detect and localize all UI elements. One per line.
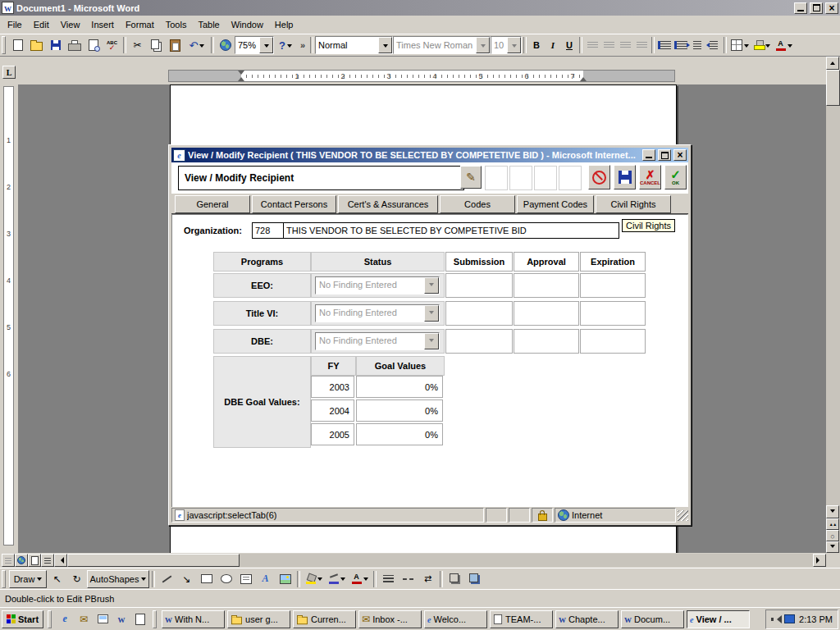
task-with-n[interactable]: With N... (162, 610, 225, 628)
vertical-scroll-thumb[interactable] (826, 70, 840, 106)
justify-button[interactable] (633, 36, 650, 54)
zoom-combo[interactable]: 75% (235, 36, 274, 54)
font-dropdown-button[interactable] (476, 37, 490, 53)
tab-contact-persons[interactable]: Contact Persons (252, 195, 336, 213)
tab-stop-selector[interactable] (2, 66, 16, 79)
save-record-button[interactable] (614, 165, 636, 189)
menu-window[interactable]: Window (226, 17, 269, 32)
web-toolbar-button[interactable] (216, 36, 235, 54)
three-d-button[interactable] (465, 570, 484, 588)
cancel-button[interactable]: CANCEL (639, 165, 661, 189)
stop-button[interactable] (588, 165, 610, 189)
quick-launch-outlook[interactable] (75, 611, 92, 628)
outline-view-button[interactable] (41, 554, 54, 567)
menu-format[interactable]: Format (120, 17, 160, 32)
arrow-style-button[interactable] (418, 570, 437, 588)
task-view-modify[interactable]: View / ... (687, 610, 750, 628)
task-docum[interactable]: Docum... (621, 610, 684, 628)
align-center-button[interactable] (600, 36, 617, 54)
eeo-status-select[interactable]: No Finding Entered (315, 276, 440, 294)
menu-file[interactable]: File (2, 17, 28, 32)
next-page-button[interactable] (826, 541, 839, 553)
vertical-scrollbar[interactable] (826, 57, 840, 553)
title-vi-approval-cell[interactable] (514, 301, 579, 326)
tab-codes[interactable]: Codes (440, 195, 515, 213)
tab-civil-rights[interactable]: Civil Rights (596, 195, 671, 213)
task-welco[interactable]: Welco... (424, 610, 487, 628)
task-curren[interactable]: Curren... (293, 610, 356, 628)
word-minimize-button[interactable] (794, 2, 807, 14)
print-layout-view-button[interactable] (28, 554, 41, 567)
quick-launch-grip[interactable] (48, 610, 52, 628)
eeo-approval-cell[interactable] (514, 273, 579, 298)
copy-button[interactable] (147, 36, 166, 54)
previous-page-button[interactable] (826, 518, 839, 530)
line-color-button[interactable] (326, 570, 348, 588)
font-combo[interactable]: Times New Roman (393, 36, 491, 54)
hanging-indent-marker[interactable] (238, 74, 244, 81)
menu-edit[interactable]: Edit (28, 17, 55, 32)
dbe-status-select[interactable]: No Finding Entered (315, 332, 440, 350)
decrease-indent-button[interactable] (689, 36, 705, 54)
task-area-grip[interactable] (153, 610, 157, 628)
underline-button[interactable] (561, 36, 578, 54)
quick-launch-document[interactable] (132, 611, 148, 628)
clock[interactable]: 2:13 PM (799, 614, 833, 624)
task-chapte[interactable]: Chapte... (555, 610, 619, 628)
draw-menu-button[interactable]: Draw (9, 570, 47, 588)
spelling-button[interactable] (103, 36, 121, 54)
task-team[interactable]: TEAM-... (490, 610, 553, 628)
draw-font-color-button[interactable] (349, 570, 371, 588)
font-color-button[interactable] (773, 36, 795, 54)
save-button[interactable] (46, 36, 65, 54)
font-size-dropdown-button[interactable] (507, 37, 521, 53)
toolbar-grip[interactable] (2, 36, 6, 54)
menu-help[interactable]: Help (269, 17, 299, 32)
toolbar-overflow-button[interactable] (297, 36, 308, 54)
organization-code-field[interactable] (252, 222, 286, 239)
edit-pencil-button[interactable] (460, 166, 482, 189)
menu-insert[interactable]: Insert (85, 17, 120, 32)
scroll-up-button[interactable] (826, 57, 839, 70)
dbe-approval-cell[interactable] (514, 329, 579, 354)
resize-grip[interactable] (678, 510, 688, 521)
bold-button[interactable] (528, 36, 545, 54)
align-left-button[interactable] (584, 36, 600, 54)
ok-button[interactable]: OK (664, 165, 687, 189)
oval-button[interactable] (217, 570, 235, 588)
undo-button[interactable] (185, 36, 209, 54)
paste-button[interactable] (166, 36, 185, 54)
quick-launch-ie[interactable] (57, 611, 73, 628)
align-right-button[interactable] (617, 36, 633, 54)
italic-button[interactable] (545, 36, 561, 54)
eeo-expiration-cell[interactable] (580, 273, 646, 298)
word-close-button[interactable] (825, 2, 838, 14)
text-box-button[interactable] (236, 570, 255, 588)
toolbar-grip[interactable] (2, 570, 6, 588)
open-button[interactable] (27, 36, 46, 54)
tab-payment-codes[interactable]: Payment Codes (517, 195, 594, 213)
increase-indent-button[interactable] (705, 36, 722, 54)
zoom-dropdown-button[interactable] (259, 37, 273, 53)
dbe-expiration-cell[interactable] (580, 329, 646, 354)
select-browse-object-button[interactable] (826, 530, 839, 541)
arrow-button[interactable] (177, 570, 196, 588)
start-button[interactable]: Start (2, 610, 43, 628)
vertical-scroll-track[interactable] (826, 106, 840, 505)
style-dropdown-button[interactable] (378, 37, 392, 53)
borders-button[interactable] (728, 36, 751, 54)
line-button[interactable] (158, 570, 176, 588)
cut-button[interactable] (128, 36, 147, 54)
title-vi-expiration-cell[interactable] (580, 301, 646, 326)
dialog-maximize-button[interactable] (658, 149, 671, 161)
volume-icon[interactable] (771, 615, 780, 623)
eeo-submission-cell[interactable] (445, 273, 513, 298)
scroll-down-button[interactable] (826, 505, 839, 518)
line-style-button[interactable] (379, 570, 398, 588)
select-objects-button[interactable] (48, 570, 66, 588)
horizontal-ruler[interactable]: 1 2 3 4 5 6 7 (168, 70, 675, 82)
dbe-submission-cell[interactable] (445, 329, 513, 354)
numbered-list-button[interactable] (656, 36, 673, 54)
word-restore-button[interactable] (810, 2, 823, 14)
word-art-button[interactable] (256, 570, 275, 588)
